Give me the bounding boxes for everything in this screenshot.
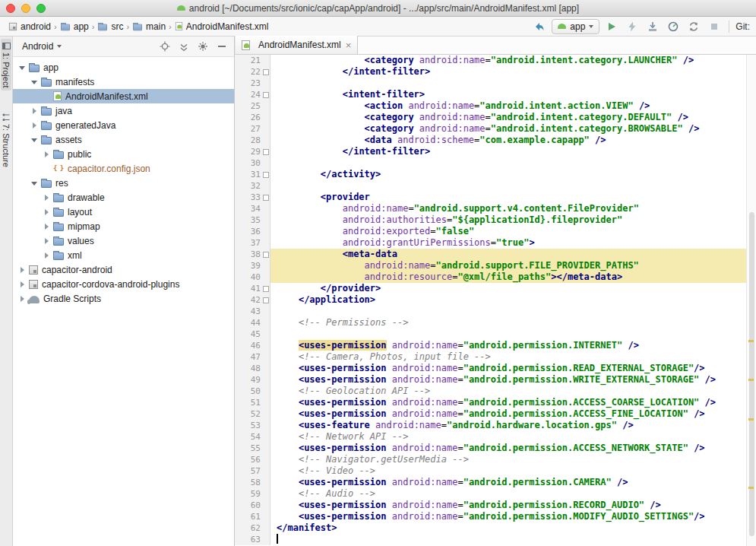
code-line[interactable]: android:resource="@xml/file_paths"></met… [270, 271, 756, 283]
gutter-cell[interactable]: 44 [235, 317, 270, 329]
tree-item-gradle-scripts[interactable]: Gradle Scripts [13, 291, 234, 306]
gutter-cell[interactable]: 21 [235, 55, 270, 66]
expand-right-icon[interactable] [43, 223, 50, 230]
tree-item-app[interactable]: app [13, 60, 234, 75]
run-configuration-select[interactable]: app [552, 19, 599, 34]
profiler-icon[interactable] [665, 19, 682, 34]
minimize-window-button[interactable] [21, 4, 30, 13]
code-line[interactable] [270, 78, 756, 89]
gutter-cell[interactable]: 61 [235, 511, 270, 522]
expand-down-icon[interactable] [19, 64, 26, 71]
gutter-cell[interactable]: 49 [235, 374, 270, 386]
code-line[interactable]: </intent-filter> [270, 66, 756, 78]
project-view-select[interactable]: Android [22, 41, 62, 52]
gutter-cell[interactable]: 48 [235, 363, 270, 374]
fold-marker-icon[interactable] [261, 90, 270, 99]
code-line[interactable]: </activity> [270, 169, 756, 180]
gutter-cell[interactable]: 41 [235, 283, 270, 294]
code-line[interactable] [270, 306, 756, 317]
gutter-cell[interactable]: 26 [235, 112, 270, 123]
gutter-cell[interactable]: 56 [235, 454, 270, 465]
gutter-cell[interactable]: 36 [235, 226, 270, 237]
gutter-cell[interactable]: 42 [235, 294, 270, 306]
tree-item-res[interactable]: res [13, 176, 234, 190]
code-line[interactable]: android:grantUriPermissions="true"> [270, 237, 756, 249]
gutter-cell[interactable]: 58 [235, 477, 270, 488]
tree-item-values[interactable]: values [13, 233, 234, 248]
gutter-cell[interactable]: 37 [235, 237, 270, 249]
code-line[interactable]: <category android:name="android.intent.c… [270, 112, 756, 123]
gutter-cell[interactable]: 54 [235, 431, 270, 443]
breadcrumb-item[interactable]: android [6, 21, 53, 33]
warning-mark[interactable] [748, 379, 754, 381]
code-line[interactable] [270, 329, 756, 340]
tree-item-capacitor-android[interactable]: capacitor-android [13, 262, 234, 277]
gutter-cell[interactable]: 38 [235, 249, 270, 260]
expand-down-icon[interactable] [31, 136, 38, 144]
gutter-cell[interactable]: 43 [235, 306, 270, 317]
sync-icon[interactable] [685, 19, 702, 34]
code-line[interactable]: android:name="android.support.v4.content… [270, 203, 756, 214]
expand-right-icon[interactable] [31, 122, 38, 129]
gutter-cell[interactable]: 34 [235, 203, 270, 214]
code-line[interactable]: <uses-permission android:name="android.p… [270, 397, 756, 408]
code-line[interactable]: <!-- Geolocation API --> [270, 386, 756, 397]
code-line[interactable]: <uses-permission android:name="android.p… [270, 408, 756, 420]
code-line[interactable]: <uses-permission android:name="android.p… [270, 374, 756, 386]
code-line[interactable] [270, 180, 756, 192]
warning-mark[interactable] [748, 418, 754, 421]
gutter-cell[interactable]: 60 [235, 500, 270, 511]
code-line[interactable]: <category android:name="android.intent.c… [270, 123, 756, 135]
tool-button-project[interactable]: 1: Project [1, 39, 11, 90]
run-button[interactable] [603, 19, 620, 34]
gutter-cell[interactable]: 52 [235, 408, 270, 420]
code-line[interactable]: <!-- Network API --> [270, 431, 756, 443]
fold-marker-icon[interactable] [261, 250, 270, 259]
tree-item-xml[interactable]: xml [13, 248, 234, 262]
code-line[interactable]: <provider [270, 192, 756, 203]
tool-button-structure[interactable]: 7: Structure [1, 110, 11, 170]
gutter-cell[interactable]: 23 [235, 78, 270, 89]
code-line[interactable]: android:authorities="${applicationId}.fi… [270, 214, 756, 226]
install-run-icon[interactable] [644, 19, 661, 34]
code-line[interactable]: <!-- Camera, Photos, input file --> [270, 351, 756, 363]
gutter-cell[interactable]: 31 [235, 169, 270, 180]
gutter-cell[interactable]: 46 [235, 340, 270, 351]
breadcrumb-item[interactable]: src [95, 21, 125, 33]
gutter-cell[interactable]: 30 [235, 157, 270, 169]
fold-marker-icon[interactable] [261, 68, 270, 76]
code-line[interactable]: <category android:name="android.intent.c… [270, 55, 756, 66]
code-line[interactable]: android:exported="false" [270, 226, 756, 237]
close-tab-icon[interactable]: × [346, 40, 352, 50]
gutter-cell[interactable]: 47 [235, 351, 270, 363]
code-line[interactable]: <action android:name="android.intent.act… [270, 100, 756, 112]
tree-item-androidmanifest-xml[interactable]: AndroidManifest.xml [13, 89, 234, 103]
fold-marker-icon[interactable] [261, 296, 270, 304]
tree-item-drawable[interactable]: drawable [13, 190, 234, 205]
gutter-cell[interactable]: 29 [235, 146, 270, 157]
fold-marker-icon[interactable] [261, 170, 270, 179]
gutter-cell[interactable]: 57 [235, 465, 270, 477]
code-line[interactable]: <!-- Navigator.getUserMedia --> [270, 454, 756, 465]
code-line[interactable]: </intent-filter> [270, 146, 756, 157]
expand-down-icon[interactable] [31, 78, 38, 86]
gutter-cell[interactable]: 45 [235, 329, 270, 340]
code-line[interactable]: <uses-permission android:name="android.p… [270, 363, 756, 374]
gutter-cell[interactable]: 51 [235, 397, 270, 408]
git-widget-label[interactable]: Git: [735, 21, 750, 32]
gutter-cell[interactable]: 24 [235, 89, 270, 100]
code-line[interactable]: </manifest> [270, 522, 756, 534]
code-line[interactable]: <data android:scheme="com.example.capapp… [270, 135, 756, 146]
warning-mark[interactable] [748, 487, 754, 489]
fold-marker-icon[interactable] [261, 193, 270, 202]
tree-item-mipmap[interactable]: mipmap [13, 219, 234, 233]
code-line[interactable]: <uses-feature android:name="android.hard… [270, 420, 756, 431]
gutter-cell[interactable]: 50 [235, 386, 270, 397]
code-editor[interactable]: 21 <category android:name="android.inten… [235, 55, 756, 546]
expand-right-icon[interactable] [43, 151, 50, 158]
gutter-cell[interactable]: 27 [235, 123, 270, 135]
tree-item-generatedjava[interactable]: generatedJava [13, 118, 234, 132]
code-line[interactable]: <meta-data [270, 249, 756, 260]
editor-tab-androidmanifest[interactable]: AndroidManifest.xml × [235, 36, 358, 54]
expand-right-icon[interactable] [31, 107, 38, 115]
